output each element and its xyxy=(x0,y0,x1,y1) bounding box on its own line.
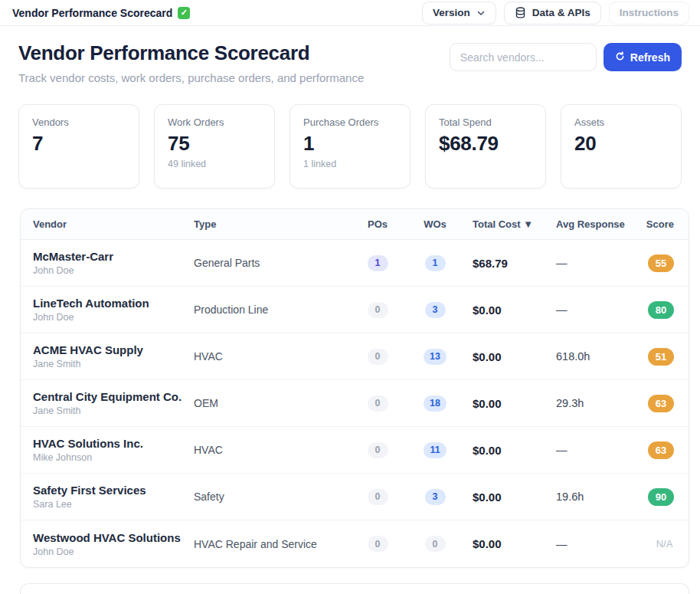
page-subtitle: Track vendor costs, work orders, purchas… xyxy=(18,71,364,84)
vendor-name: Safety First Services xyxy=(33,484,194,497)
table-row[interactable]: Safety First Services Sara Lee Safety 0 … xyxy=(21,474,689,520)
vendor-name: Westwood HVAC Solutions xyxy=(33,531,194,544)
total-cost: $0.00 xyxy=(462,537,548,550)
table-row[interactable]: Central City Equipment Co. Jane Smith OE… xyxy=(21,380,689,427)
refresh-icon xyxy=(615,51,625,64)
vendor-name: Central City Equipment Co. xyxy=(33,390,194,403)
avg-response: — xyxy=(548,304,636,316)
stat-card-assets: Assets 20 xyxy=(561,104,682,189)
score-badge: 63 xyxy=(648,441,674,459)
refresh-button-label: Refresh xyxy=(630,51,670,64)
wo-count-badge: 3 xyxy=(425,489,446,505)
stat-label: Total Spend xyxy=(439,117,532,128)
vendor-name: HVAC Solutions Inc. xyxy=(33,437,194,450)
wo-count-badge: 3 xyxy=(425,302,446,318)
po-count-badge: 0 xyxy=(368,395,388,412)
table-row[interactable]: Westwood HVAC Solutions John Doe HVAC Re… xyxy=(21,520,689,567)
stat-card-purchase-orders: Purchase Orders 1 1 linked xyxy=(289,104,411,189)
stat-sub xyxy=(32,159,126,169)
stat-label: Purchase Orders xyxy=(303,117,397,128)
score-badge: 90 xyxy=(648,488,674,506)
vendor-type: HVAC Repair and Service xyxy=(194,538,347,550)
wo-count-badge: 13 xyxy=(424,349,446,365)
column-header-avg-response: Avg Response xyxy=(548,218,636,230)
stat-label: Work Orders xyxy=(168,117,261,128)
vendor-contact: Sara Lee xyxy=(33,499,194,510)
stat-value: 7 xyxy=(32,132,126,156)
po-count-badge: 0 xyxy=(368,536,388,552)
table-header-row: Vendor Type POs WOs Total Cost ▼ Avg Res… xyxy=(21,209,689,240)
column-header-pos: POs xyxy=(347,218,408,230)
stat-card-work-orders: Work Orders 75 49 linked xyxy=(154,104,275,189)
vendor-type: HVAC xyxy=(194,444,347,456)
vendor-contact: Jane Smith xyxy=(33,359,194,369)
instructions-button[interactable]: Instructions xyxy=(609,2,689,25)
total-cost: $0.00 xyxy=(462,491,548,504)
avg-response: 618.0h xyxy=(548,350,636,363)
stat-value: 20 xyxy=(574,132,668,156)
column-header-type: Type xyxy=(194,218,347,230)
table-row[interactable]: HVAC Solutions Inc. Mike Johnson HVAC 0 … xyxy=(21,427,689,474)
vendor-contact: Mike Johnson xyxy=(33,452,194,463)
vendor-type: Safety xyxy=(194,491,347,503)
stat-card-vendors: Vendors 7 xyxy=(18,104,139,189)
stat-sub: 49 linked xyxy=(168,159,261,169)
table-row[interactable]: ACME HVAC Supply Jane Smith HVAC 0 13 $0… xyxy=(21,333,689,380)
stat-sub xyxy=(439,159,532,169)
app-title: Vendor Performance Scorecard ✓ xyxy=(12,7,190,19)
stat-sub xyxy=(574,159,668,169)
wo-count-badge: 11 xyxy=(424,442,446,458)
vendor-type: Production Line xyxy=(194,304,347,316)
avg-response: — xyxy=(548,257,636,269)
column-header-wos: WOs xyxy=(408,218,462,230)
vendor-contact: John Doe xyxy=(33,546,194,557)
page-header: Vendor Performance Scorecard Track vendo… xyxy=(0,26,700,84)
verified-check-icon: ✓ xyxy=(178,7,190,19)
stat-value: $68.79 xyxy=(439,132,532,156)
table-row[interactable]: McMaster-Carr John Doe General Parts 1 1… xyxy=(21,240,689,287)
score-badge: N/A xyxy=(648,535,674,553)
topbar: Vendor Performance Scorecard ✓ Version D… xyxy=(0,0,700,26)
vendor-table: Vendor Type POs WOs Total Cost ▼ Avg Res… xyxy=(20,208,689,568)
stat-card-total-spend: Total Spend $68.79 xyxy=(425,104,546,189)
data-apis-button[interactable]: Data & APIs xyxy=(504,2,601,25)
topbar-actions: Version Data & APIs Instructions xyxy=(422,2,689,25)
stats-row: Vendors 7 Work Orders 75 49 linked Purch… xyxy=(0,84,700,189)
avg-response: 19.6h xyxy=(548,491,636,503)
page-header-actions: Refresh xyxy=(450,43,682,71)
wo-count-badge: 18 xyxy=(424,395,446,412)
page-title: Vendor Performance Scorecard xyxy=(18,41,364,65)
vendor-type: OEM xyxy=(194,397,347,409)
vendor-name: LineTech Automation xyxy=(33,297,194,310)
column-header-score: Score xyxy=(636,218,689,230)
stat-value: 75 xyxy=(168,132,261,156)
page-header-text: Vendor Performance Scorecard Track vendo… xyxy=(18,41,364,84)
score-badge: 80 xyxy=(648,301,674,319)
total-cost: $68.79 xyxy=(462,257,548,270)
vendor-contact: John Doe xyxy=(33,265,194,276)
refresh-button[interactable]: Refresh xyxy=(604,43,682,71)
score-badge: 51 xyxy=(648,348,674,366)
search-input[interactable] xyxy=(450,43,597,71)
next-section-card-partial xyxy=(20,583,689,594)
score-badge: 63 xyxy=(648,395,674,412)
total-cost: $0.00 xyxy=(462,444,548,457)
total-cost: $0.00 xyxy=(462,350,548,363)
column-header-vendor: Vendor xyxy=(21,218,194,230)
data-apis-button-label: Data & APIs xyxy=(532,7,590,18)
po-count-badge: 1 xyxy=(368,255,388,271)
avg-response: — xyxy=(548,444,636,456)
vendor-contact: Jane Smith xyxy=(33,405,194,416)
table-row[interactable]: LineTech Automation John Doe Production … xyxy=(21,287,689,333)
stat-value: 1 xyxy=(303,132,397,156)
po-count-badge: 0 xyxy=(368,489,388,505)
version-button[interactable]: Version xyxy=(422,2,496,25)
version-button-label: Version xyxy=(433,7,470,18)
database-icon xyxy=(515,7,526,18)
app-title-text: Vendor Performance Scorecard xyxy=(12,7,172,19)
instructions-button-label: Instructions xyxy=(620,7,679,18)
stat-sub: 1 linked xyxy=(303,159,397,169)
column-header-total-cost[interactable]: Total Cost ▼ xyxy=(462,218,548,230)
po-count-badge: 0 xyxy=(368,349,388,365)
vendor-name: ACME HVAC Supply xyxy=(33,343,194,356)
